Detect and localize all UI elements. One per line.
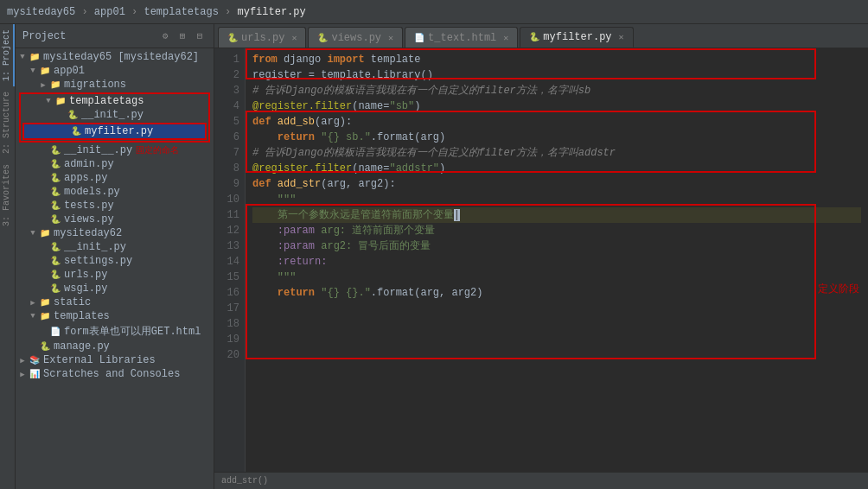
code-line-15: 第一个参数永远是管道符前面那个变量| xyxy=(252,207,861,223)
tree-tests[interactable]: 🐍 tests.py xyxy=(16,199,214,213)
editor-bottom-bar: add_str() xyxy=(214,472,868,489)
sidebar-tab-favorites[interactable]: 3: Favorites xyxy=(0,159,15,232)
code-line-13: def add_str(arg, arg2): xyxy=(252,176,861,192)
code-line-19: """ xyxy=(252,270,861,285)
line-num-2: 2 xyxy=(220,67,239,83)
app-container: mysiteday65 › app01 › templatetags › myf… xyxy=(0,0,868,489)
editor-area: 🐍 urls.py ✕ 🐍 views.py ✕ 📄 t_text.html ✕… xyxy=(214,24,868,489)
init-name: __init_.py xyxy=(81,109,144,121)
tree-app01[interactable]: ▼ 📁 app01 xyxy=(16,64,214,78)
code-line-7: def add_sb(arg): xyxy=(252,114,861,130)
tests-name: tests.py xyxy=(64,200,114,212)
templatetags-name: templatetags xyxy=(69,95,144,107)
settings-name: settings.py xyxy=(64,255,132,267)
templates-name: templates xyxy=(54,310,110,322)
tree-ext-libs[interactable]: ▶ 📚 External Libraries xyxy=(16,353,214,367)
left-sidebar: 1: Project 2: Structure 3: Favorites xyxy=(0,24,16,489)
folder-icon: 📁 xyxy=(38,310,52,322)
tree-views2[interactable]: 🐍 views.py xyxy=(16,213,214,226)
root-name: mysiteday65 [mysiteday62] xyxy=(43,51,199,63)
tree-init2[interactable]: 🐍 __init__.py 固定的命名 xyxy=(16,143,214,157)
line-num-12: 12 xyxy=(220,223,239,238)
models-name: models.py xyxy=(64,186,120,198)
folder-icon: 📁 xyxy=(38,227,52,239)
tree-manage[interactable]: 🐍 manage.py xyxy=(16,340,214,353)
folder-icon: 📁 xyxy=(54,95,67,107)
define-stage-label: 定义阶段 xyxy=(818,282,859,296)
tree-init[interactable]: 🐍 __init_.py xyxy=(21,108,208,122)
line-num-4: 4 xyxy=(220,98,239,114)
main-layout: 1: Project 2: Structure 3: Favorites Pro… xyxy=(0,24,868,489)
py-icon: 🐍 xyxy=(48,255,62,267)
line-num-11: 11 xyxy=(220,207,239,223)
tab-ttext[interactable]: 📄 t_text.html ✕ xyxy=(405,27,518,48)
code-line-20: return "{} {}.".format(arg, arg2) xyxy=(252,285,861,301)
panel-tool-cog[interactable]: ⚙ xyxy=(158,29,172,43)
file-tree: ▼ 📁 mysiteday65 [mysiteday62] ▼ 📁 app01 … xyxy=(16,48,214,489)
html-icon: 📄 xyxy=(48,326,62,338)
tab-urls[interactable]: 🐍 urls.py ✕ xyxy=(218,27,306,48)
panel-tools: ⚙ ⊞ ⊟ xyxy=(158,29,207,43)
line-num-17: 17 xyxy=(220,301,239,316)
tree-form-html[interactable]: 📄 form表单也可以用GET.html xyxy=(16,323,214,340)
arrow-icon: ▼ xyxy=(17,53,28,61)
close-icon[interactable]: ✕ xyxy=(388,33,393,43)
code-line-1: from django import template xyxy=(252,52,861,67)
tree-init3[interactable]: 🐍 __init_.py xyxy=(16,240,214,254)
tree-settings[interactable]: 🐍 settings.py xyxy=(16,254,214,268)
close-icon[interactable]: ✕ xyxy=(619,32,624,42)
code-line-16: :param arg: 道符前面那个变量 xyxy=(252,223,861,238)
line-num-19: 19 xyxy=(220,332,239,347)
tree-apps[interactable]: 🐍 apps.py xyxy=(16,171,214,185)
lib-icon: 📚 xyxy=(28,354,41,366)
sidebar-tab-project[interactable]: 1: Project xyxy=(0,24,15,86)
code-line-2: register = template.Library() xyxy=(252,67,861,83)
tree-models[interactable]: 🐍 models.py xyxy=(16,185,214,199)
static-name: static xyxy=(54,296,91,308)
migrations-name: migrations xyxy=(64,79,126,91)
folder-icon: 📁 xyxy=(28,51,41,63)
line-num-10: 10 xyxy=(220,192,239,207)
close-icon[interactable]: ✕ xyxy=(503,33,508,43)
code-line-12: @register.filter(name="addstr") xyxy=(252,161,861,176)
tab-views[interactable]: 🐍 views.py ✕ xyxy=(308,27,403,48)
html-icon: 📄 xyxy=(414,33,424,43)
tree-myfilter[interactable]: 🐍 myfilter.py xyxy=(24,124,205,138)
line-num-6: 6 xyxy=(220,130,239,145)
tree-migrations[interactable]: ▶ 📁 migrations xyxy=(16,78,214,92)
tree-templatetags[interactable]: ▼ 📁 templatetags xyxy=(21,94,208,108)
myfilter-name: myfilter.py xyxy=(85,125,153,137)
tree-static[interactable]: ▶ 📁 static xyxy=(16,295,214,309)
admin-name: admin.py xyxy=(64,158,114,170)
tree-mysiteday62[interactable]: ▼ 📁 mysiteday62 xyxy=(16,226,214,240)
py-icon: 🐍 xyxy=(48,144,62,156)
tab-ttext-label: t_text.html xyxy=(428,32,496,44)
line-num-3: 3 xyxy=(220,83,239,98)
line-num-8: 8 xyxy=(220,161,239,176)
close-icon[interactable]: ✕ xyxy=(291,33,297,43)
py-icon: 🐍 xyxy=(48,158,62,170)
panel-title: Project xyxy=(22,30,66,42)
py-icon: 🐍 xyxy=(48,241,62,253)
code-content[interactable]: from django import template register = t… xyxy=(246,48,868,304)
panel-tool-collapse[interactable]: ⊟ xyxy=(193,29,207,43)
sidebar-tab-structure[interactable]: 2: Structure xyxy=(0,86,15,159)
templatetags-red-box: ▼ 📁 templatetags 🐍 __init_.py 🐍 xyxy=(19,92,210,143)
py-icon: 🐍 xyxy=(48,172,62,184)
title-bar: mysiteday65 › app01 › templatetags › myf… xyxy=(0,0,868,24)
folder-icon: 📁 xyxy=(48,79,62,91)
tree-wsgi[interactable]: 🐍 wsgi.py xyxy=(16,282,214,295)
tab-myfilter[interactable]: 🐍 myfilter.py ✕ xyxy=(520,27,633,48)
code-editor: 1 2 3 4 5 6 7 8 9 10 11 12 13 14 15 16 1 xyxy=(214,48,868,472)
line-numbers: 1 2 3 4 5 6 7 8 9 10 11 12 13 14 15 16 1 xyxy=(214,48,246,472)
tree-templates[interactable]: ▼ 📁 templates xyxy=(16,309,214,323)
panel-tool-expand[interactable]: ⊞ xyxy=(176,29,189,43)
code-with-annotations[interactable]: 定义阶段 from django import template registe… xyxy=(246,48,868,472)
tree-admin[interactable]: 🐍 admin.py xyxy=(16,157,214,171)
mysiteday62-name: mysiteday62 xyxy=(54,227,122,239)
py-icon: 🐍 xyxy=(48,200,62,212)
tree-scratches[interactable]: ▶ 📊 Scratches and Consoles xyxy=(16,367,214,381)
tree-urls2[interactable]: 🐍 urls.py xyxy=(16,268,214,282)
py-icon: 🐍 xyxy=(69,125,83,137)
tree-root[interactable]: ▼ 📁 mysiteday65 [mysiteday62] xyxy=(16,50,214,64)
